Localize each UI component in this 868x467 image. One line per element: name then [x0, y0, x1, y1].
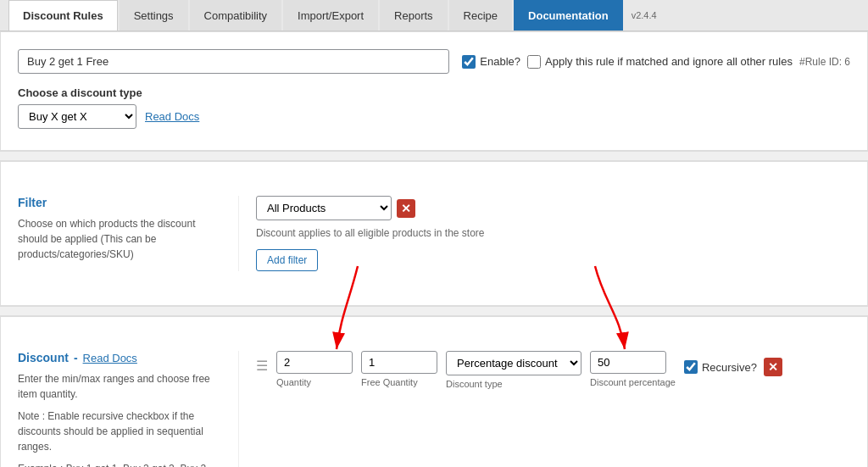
main-content: Enable? Apply this rule if matched and i…	[0, 31, 868, 151]
tab-recipe[interactable]: Recipe	[449, 0, 512, 31]
remove-discount-row-button[interactable]: ✕	[764, 358, 782, 376]
enable-checkbox[interactable]	[462, 55, 476, 69]
apply-rule-checkbox[interactable]	[527, 55, 541, 69]
filter-right-col: All Products ✕ Discount applies to all e…	[238, 196, 850, 271]
quantity-input[interactable]	[276, 351, 353, 374]
discount-percentage-input[interactable]	[590, 351, 666, 374]
tab-compatibility[interactable]: Compatibility	[190, 0, 281, 31]
nav-tabs: Discount Rules Settings Compatibility Im…	[0, 0, 868, 31]
discount-section: Discount - Read Docs Enter the min/max r…	[18, 334, 850, 467]
filter-two-col: Filter Choose on which products the disc…	[18, 179, 850, 288]
enable-section: Enable? Apply this rule if matched and i…	[462, 55, 850, 69]
recursive-section: Recursive? ✕	[684, 358, 782, 376]
discount-type-field-label: Discount type	[446, 379, 581, 389]
free-quantity-field-group: Free Quantity	[361, 351, 437, 387]
discount-type-section-label: Choose a discount type	[18, 86, 850, 99]
section-divider-2	[0, 306, 868, 316]
quantity-label: Quantity	[276, 377, 353, 387]
filter-note: Discount applies to all eligible product…	[256, 227, 850, 239]
tab-discount-rules[interactable]: Discount Rules	[8, 0, 118, 31]
discount-right-col: ☰ Quantity Free Quantity Percentage disc…	[238, 351, 850, 467]
apply-rule-checkbox-label[interactable]: Apply this rule if matched and ignore al…	[527, 55, 793, 69]
tab-documentation[interactable]: Documentation	[514, 0, 623, 31]
apply-rule-label: Apply this rule if matched and ignore al…	[545, 55, 793, 68]
discount-type-field-group: Percentage discount Fixed discount Free …	[446, 351, 581, 389]
enable-checkbox-label[interactable]: Enable?	[462, 55, 520, 69]
discount-title-row: Discount - Read Docs	[18, 351, 221, 364]
discount-fields-row: ☰ Quantity Free Quantity Percentage disc…	[256, 351, 850, 389]
page-wrapper: Discount Rules Settings Compatibility Im…	[0, 0, 868, 467]
discount-description: Enter the min/max ranges and choose free…	[18, 371, 221, 402]
tab-reports[interactable]: Reports	[380, 0, 448, 31]
discount-title: Discount	[18, 351, 69, 364]
quantity-field-group: Quantity	[276, 351, 353, 387]
rule-name-input[interactable]	[18, 49, 449, 74]
tab-settings[interactable]: Settings	[120, 0, 188, 31]
drag-handle-icon[interactable]: ☰	[256, 358, 268, 374]
discount-type-select-row[interactable]: Percentage discount Fixed discount Free	[446, 351, 581, 375]
section-divider-1	[0, 151, 868, 161]
tab-import-export[interactable]: Import/Export	[283, 0, 378, 31]
filter-section: Filter Choose on which products the disc…	[0, 161, 868, 306]
recursive-checkbox-label[interactable]: Recursive?	[684, 360, 757, 374]
recursive-label: Recursive?	[702, 361, 757, 374]
discount-percentage-label: Discount percentage	[590, 377, 676, 387]
discount-note: Note : Enable recursive checkbox if the …	[18, 409, 221, 454]
discount-section-wrapper: Discount - Read Docs Enter the min/max r…	[0, 316, 868, 467]
free-quantity-input[interactable]	[361, 351, 437, 374]
add-filter-button[interactable]: Add filter	[256, 249, 318, 271]
remove-filter-button[interactable]: ✕	[397, 199, 415, 218]
recursive-checkbox[interactable]	[684, 360, 698, 374]
free-quantity-label: Free Quantity	[361, 377, 437, 387]
discount-percentage-field-group: Discount percentage	[590, 351, 676, 387]
filter-select[interactable]: All Products	[256, 196, 392, 220]
rule-name-row: Enable? Apply this rule if matched and i…	[18, 49, 850, 74]
filter-row: All Products ✕	[256, 196, 850, 220]
discount-type-section: Choose a discount type Buy X get X Read …	[18, 86, 850, 129]
discount-example: Example : Buy 1 get 1, Buy 2 get 2, Buy …	[18, 461, 221, 467]
version-badge: v2.4.4	[625, 2, 664, 29]
discount-read-docs-link[interactable]: Read Docs	[83, 352, 137, 364]
rule-id: #Rule ID: 6	[799, 56, 850, 68]
filter-title: Filter	[18, 196, 221, 209]
enable-label: Enable?	[480, 55, 520, 68]
discount-type-row: Buy X get X Read Docs	[18, 104, 850, 129]
read-docs-link[interactable]: Read Docs	[145, 110, 199, 123]
filter-description: Choose on which products the discount sh…	[18, 216, 221, 262]
discount-type-select[interactable]: Buy X get X	[18, 104, 136, 129]
discount-dash: -	[74, 351, 78, 364]
discount-left-col: Discount - Read Docs Enter the min/max r…	[18, 351, 238, 467]
filter-left-col: Filter Choose on which products the disc…	[18, 196, 238, 271]
